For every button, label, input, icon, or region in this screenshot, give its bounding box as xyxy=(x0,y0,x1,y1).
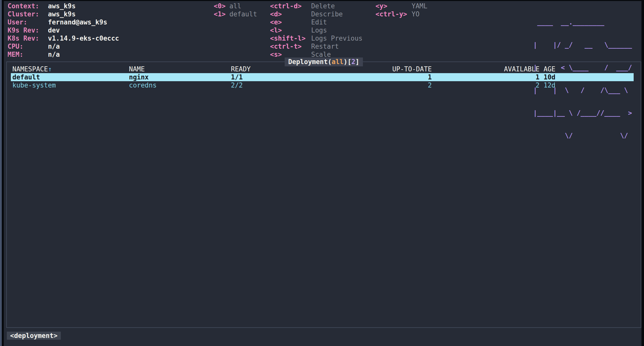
hotkey-key: <shift-l> xyxy=(270,34,311,42)
hotkey-item: <0>all xyxy=(214,2,241,10)
info-value: v1.14.9-eks-c0eccc xyxy=(48,35,119,42)
hotkey-label: all xyxy=(229,2,241,10)
window-top-edge xyxy=(4,0,644,1)
hotkey-label: YAML xyxy=(412,2,427,10)
cell-up-to-date: 1 xyxy=(391,73,432,81)
column-header-name: NAME xyxy=(129,65,231,73)
info-value: n/a xyxy=(48,43,60,50)
info-label: MEM: xyxy=(8,50,48,59)
info-value: fernand@aws_k9s xyxy=(48,18,107,26)
info-label: K9s Rev: xyxy=(8,26,48,34)
column-header-available: AVAILABLE xyxy=(432,65,540,73)
hotkey-label: Edit xyxy=(311,18,327,26)
info-label: K8s Rev: xyxy=(8,34,48,42)
info-row-k8s-rev: K8s Rev:v1.14.9-eks-c0eccc xyxy=(8,34,119,42)
title-suffix: ] xyxy=(355,58,359,66)
table-row[interactable]: default nginx 1/1 1 1 10d xyxy=(11,73,634,81)
hotkey-item: <ctrl-d>Delete xyxy=(270,2,335,10)
table-row[interactable]: kube-system coredns 2/2 2 2 12d xyxy=(11,81,634,89)
info-label: User: xyxy=(8,18,48,26)
hotkey-item: <ctrl-t>Restart xyxy=(270,42,339,50)
hotkey-item: <ctrl-y>YO xyxy=(375,10,419,18)
cell-age: 12d xyxy=(544,81,634,89)
logo-line: | |/ _/ __ \______ xyxy=(533,41,632,49)
info-value: aws_k9s xyxy=(48,2,76,10)
hotkey-label: Logs Previous xyxy=(311,35,363,42)
info-value: n/a xyxy=(48,51,60,58)
window-left-edge xyxy=(0,0,2,346)
hotkey-label: YO xyxy=(412,10,419,18)
hotkey-key: <ctrl-t> xyxy=(270,42,311,50)
info-label: Cluster: xyxy=(8,10,48,18)
info-label: CPU: xyxy=(8,42,48,50)
hotkey-item: <e>Edit xyxy=(270,18,327,26)
cell-available: 1 xyxy=(432,73,540,81)
hotkey-key: <e> xyxy=(270,18,311,26)
cell-name: coredns xyxy=(129,81,231,89)
window-right-edge xyxy=(641,0,644,346)
hotkey-item: <1>default xyxy=(214,10,257,18)
title-mid: )[ xyxy=(343,58,351,66)
info-value: aws_k9s xyxy=(48,10,76,18)
cell-name: nginx xyxy=(129,73,231,81)
hotkey-label: Delete xyxy=(311,2,335,10)
info-row-k9s-rev: K9s Rev:dev xyxy=(8,26,60,34)
column-header-up-to-date: UP-TO-DATE xyxy=(391,65,432,73)
cell-namespace: default xyxy=(12,73,129,81)
deployments-table: NAMESPACE↑ NAME READY UP-TO-DATE AVAILAB… xyxy=(7,65,641,89)
info-row-context: Context:aws_k9s xyxy=(8,2,76,10)
sort-ascending-icon: ↑ xyxy=(48,65,52,73)
hotkey-key: <ctrl-y> xyxy=(375,10,412,18)
hotkey-key: <d> xyxy=(270,10,311,18)
hotkey-item: <y>YAML xyxy=(375,2,427,10)
info-row-user: User:fernand@aws_k9s xyxy=(8,18,107,26)
hotkey-key: <ctrl-d> xyxy=(270,2,311,10)
cell-ready: 2/2 xyxy=(231,81,391,89)
hotkey-key: <1> xyxy=(214,10,229,18)
hotkey-key: <0> xyxy=(214,2,229,10)
column-header-age: AGE xyxy=(544,65,634,73)
window-left-gutter xyxy=(2,0,4,346)
breadcrumb-deployment: <deployment> xyxy=(7,332,61,340)
title-resource: Deployment( xyxy=(288,58,332,66)
hotkey-item: <shift-l>Logs Previous xyxy=(270,34,363,42)
hotkey-label: Logs xyxy=(311,26,327,34)
info-row-mem: MEM:n/a xyxy=(8,50,60,59)
info-row-cluster: Cluster:aws_k9s xyxy=(8,10,76,18)
hotkey-item: <l>Logs xyxy=(270,26,327,34)
title-count: 2 xyxy=(352,58,356,66)
cell-ready: 1/1 xyxy=(231,73,391,81)
column-header-namespace: NAMESPACE↑ xyxy=(12,65,129,73)
logo-line: ____ __.________ xyxy=(533,18,632,26)
hotkey-label: default xyxy=(229,10,257,18)
hotkey-label: Describe xyxy=(311,10,343,18)
info-row-cpu: CPU:n/a xyxy=(8,42,60,50)
k9s-terminal: Context:aws_k9s Cluster:aws_k9s User:fer… xyxy=(0,0,644,346)
hotkey-item: <d>Describe xyxy=(270,10,343,18)
hotkey-label: Scale xyxy=(311,51,331,58)
hotkey-key: <l> xyxy=(270,26,311,34)
hotkey-label: Restart xyxy=(311,43,339,50)
deployments-panel: Deployment(all)[2] NAMESPACE↑ NAME READY… xyxy=(6,62,641,328)
title-scope: all xyxy=(332,58,343,66)
cell-up-to-date: 2 xyxy=(391,81,432,89)
cell-namespace: kube-system xyxy=(12,81,129,89)
cell-available: 2 xyxy=(432,81,540,89)
info-label: Context: xyxy=(8,2,48,10)
table-title-badge: Deployment(all)[2] xyxy=(285,57,363,66)
info-value: dev xyxy=(48,26,60,34)
cell-age: 10d xyxy=(544,73,634,81)
hotkey-key: <y> xyxy=(375,2,412,10)
